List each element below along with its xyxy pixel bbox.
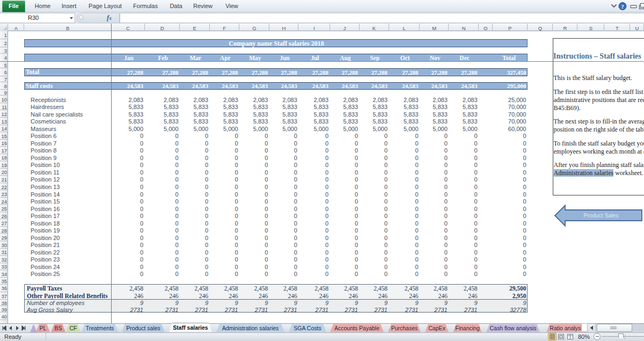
svg-text:?: ?	[621, 3, 624, 10]
svg-text:Product Sales: Product Sales	[583, 212, 618, 219]
